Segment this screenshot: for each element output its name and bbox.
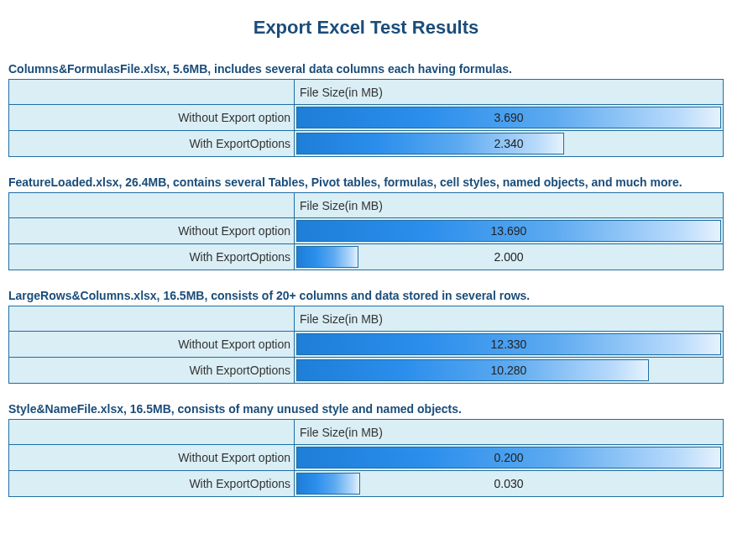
bar-value: 0.200 xyxy=(296,447,721,468)
column-header: File Size(in MB) xyxy=(295,306,724,332)
chart-table: File Size(in MB) Without Export option 1… xyxy=(8,192,724,270)
row-label-with: With ExportOptions xyxy=(9,244,295,270)
bar-value: 3.690 xyxy=(296,107,721,128)
table-row: Without Export option 12.330 xyxy=(9,332,724,358)
bar-value: 2.340 xyxy=(296,133,721,154)
section-title: Style&NameFile.xlsx, 16.5MB, consists of… xyxy=(8,402,724,416)
bar-wrap: 2.340 xyxy=(296,133,721,154)
empty-cell xyxy=(9,80,295,105)
table-row: With ExportOptions 2.000 xyxy=(9,244,724,270)
bar-wrap: 3.690 xyxy=(296,107,721,128)
bar-value: 10.280 xyxy=(296,359,721,381)
section-title: FeatureLoaded.xlsx, 26.4MB, contains sev… xyxy=(8,175,724,189)
bar-cell: 0.030 xyxy=(295,471,724,497)
bar-wrap: 13.690 xyxy=(296,220,721,242)
table-row: File Size(in MB) xyxy=(9,193,724,218)
bar-value: 0.030 xyxy=(296,473,721,495)
bar-wrap: 10.280 xyxy=(296,359,721,381)
table-row: With ExportOptions 10.280 xyxy=(9,358,724,384)
table-row: File Size(in MB) xyxy=(9,420,724,445)
bar-value: 13.690 xyxy=(296,220,721,242)
row-label-without: Without Export option xyxy=(9,218,295,244)
table-row: File Size(in MB) xyxy=(9,80,724,105)
column-header: File Size(in MB) xyxy=(295,193,724,218)
table-row: File Size(in MB) xyxy=(9,306,724,332)
row-label-with: With ExportOptions xyxy=(9,131,295,157)
bar-cell: 2.000 xyxy=(295,244,724,270)
table-row: Without Export option 0.200 xyxy=(9,445,724,471)
bar-cell: 2.340 xyxy=(295,131,724,157)
section-title: LargeRows&Columns.xlsx, 16.5MB, consists… xyxy=(8,289,724,302)
empty-cell xyxy=(9,306,295,332)
bar-wrap: 0.200 xyxy=(296,447,721,468)
bar-wrap: 2.000 xyxy=(296,246,721,268)
row-label-without: Without Export option xyxy=(9,105,295,131)
chart-table: File Size(in MB) Without Export option 1… xyxy=(8,306,724,384)
section-title: Columns&FormulasFile.xlsx, 5.6MB, includ… xyxy=(8,62,724,76)
table-row: With ExportOptions 0.030 xyxy=(9,471,724,497)
row-label-with: With ExportOptions xyxy=(9,471,295,497)
bar-cell: 0.200 xyxy=(295,445,724,471)
bar-cell: 13.690 xyxy=(295,218,724,244)
bar-cell: 3.690 xyxy=(295,105,724,131)
column-header: File Size(in MB) xyxy=(295,420,724,445)
table-row: Without Export option 13.690 xyxy=(9,218,724,244)
empty-cell xyxy=(9,420,295,445)
table-row: Without Export option 3.690 xyxy=(9,105,724,131)
page-title: Export Excel Test Results xyxy=(8,17,724,39)
row-label-without: Without Export option xyxy=(9,445,295,471)
bar-cell: 12.330 xyxy=(295,332,724,358)
bar-value: 12.330 xyxy=(296,333,721,355)
row-label-with: With ExportOptions xyxy=(9,358,295,384)
bar-value: 2.000 xyxy=(296,246,721,268)
bar-wrap: 12.330 xyxy=(296,333,721,355)
column-header: File Size(in MB) xyxy=(295,80,724,105)
chart-table: File Size(in MB) Without Export option 0… xyxy=(8,419,724,497)
bar-cell: 10.280 xyxy=(295,358,724,384)
empty-cell xyxy=(9,193,295,218)
bar-wrap: 0.030 xyxy=(296,473,721,495)
chart-table: File Size(in MB) Without Export option 3… xyxy=(8,79,724,157)
table-row: With ExportOptions 2.340 xyxy=(9,131,724,157)
row-label-without: Without Export option xyxy=(9,332,295,358)
